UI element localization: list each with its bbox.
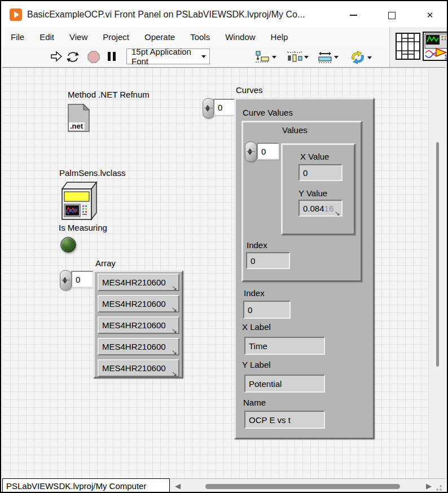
y-value-label: Y Value [298,188,327,198]
curves-label: Curves [236,85,263,95]
run-continuously-icon [65,50,80,64]
values-index-spinner[interactable] [245,142,257,162]
array-element-text: MES4HR210600 [102,278,166,287]
menu-item-edit[interactable]: Edit [39,32,54,42]
name-label: Name [243,398,266,407]
decrement-icon[interactable] [205,108,210,114]
name-field: OCP E vs t [244,411,325,429]
outer-index-label: Index [244,288,265,298]
horizontal-scrollbar-thumb[interactable] [205,484,400,489]
curve-values-label: Curve Values [243,108,293,117]
array-element-text: MES4HR210600 [102,363,166,373]
is-measuring-led [60,237,76,253]
chevron-down-icon [201,55,206,60]
menu-item-view[interactable]: View [69,32,87,42]
y-value-field: 0.08416 ↘ [298,200,342,217]
run-button[interactable] [50,50,63,63]
x-value-field: 0 [298,164,342,181]
pause-icon [107,51,116,61]
array-element-2[interactable]: MES4HR210600 ↘ [98,316,179,334]
stop-octagon-icon [87,50,100,64]
labview-front-panel-window: BasicExampleOCP.vi Front Panel on PSLabV… [0,0,448,493]
project-context-box[interactable]: PSLabVIEWSDK.lvproj/My Computer [2,478,170,493]
palmsens-class-label: PalmSens.lvclass [59,168,126,178]
menu-item-operate[interactable]: Operate [144,32,175,42]
chevron-down-icon [334,56,339,61]
text-overflow-icon: ↘ [172,284,177,291]
menu-bar: File Edit View Project Operate Tools Win… [2,27,398,47]
vi-badge: 1 [444,54,447,60]
array-element-3[interactable]: MES4HR210600 ↘ [98,338,179,355]
menu-item-help[interactable]: Help [271,32,288,42]
scroll-left-icon[interactable]: ◀ [175,482,181,490]
text-overflow-icon: ↘ [172,327,177,334]
inner-index-label: Index [247,240,267,250]
labview-app-icon [10,8,22,21]
run-arrow-icon [50,50,63,63]
maximize-button[interactable] [381,8,402,23]
minimize-button[interactable] [342,8,364,23]
close-icon: ✕ [427,10,434,20]
title-bar: BasicExampleOCP.vi Front Panel on PSLabV… [2,2,446,28]
header-icon-area: 1 [389,27,448,67]
scroll-right-icon[interactable]: ▶ [426,482,432,490]
values-index-field[interactable]: 0 [257,143,279,160]
abort-button [87,50,100,64]
menu-item-tools[interactable]: Tools [190,32,210,42]
vertical-scrollbar-thumb[interactable] [436,142,439,367]
text-overflow-icon: ↘ [172,306,177,312]
close-button[interactable]: ✕ [419,8,441,23]
outer-index-field: 0 [243,301,291,319]
y-label-field: Potential [244,375,325,393]
values-label: Values [282,125,308,135]
text-overflow-icon: ↘ [172,370,177,377]
align-objects-icon [254,50,270,64]
palmsens-instrument-icon[interactable] [58,180,100,222]
status-bar: PSLabVIEWSDK.lvproj/My Computer ◀ ▶ [2,478,446,493]
resize-objects-icon [318,50,332,64]
reorder-objects-button[interactable] [350,50,372,65]
reorder-objects-icon [350,50,366,65]
connector-pane-icon[interactable] [396,33,420,60]
y-value-text: 0.084 [303,204,324,213]
project-context-text: PSLabVIEWSDK.lvproj/My Computer [6,481,146,491]
method-refnum-label: Method .NET Refnum [68,90,150,99]
chevron-down-icon [304,56,309,61]
menu-item-project[interactable]: Project [103,32,129,42]
pause-button[interactable] [107,51,116,61]
vertical-scrollbar[interactable] [428,68,448,478]
y-value-truncated-text: 16 [324,204,334,213]
distribute-objects-button[interactable] [287,50,309,64]
array-index-field[interactable]: 0 [71,271,94,288]
dotnet-icon-text: .net [70,122,84,130]
font-selector-value: 15pt Application Font [131,47,209,66]
resize-grip[interactable] [436,485,442,491]
curves-index-field[interactable]: 0 [213,99,236,116]
array-element-0[interactable]: MES4HR210600 ↘ [98,274,179,291]
array-index-spinner[interactable] [60,270,72,290]
menu-item-window[interactable]: Window [225,32,255,42]
decrement-icon[interactable] [63,280,67,286]
minimize-icon [350,15,357,16]
run-continuously-button[interactable] [65,50,80,64]
maximize-icon [388,12,396,19]
resize-objects-button[interactable] [318,50,339,64]
font-selector[interactable]: 15pt Application Font [126,49,210,64]
is-measuring-label: Is Measuring [59,223,107,232]
array-element-text: MES4HR210600 [102,342,166,351]
curves-index-spinner[interactable] [203,98,214,118]
dotnet-refnum-icon[interactable]: .net [67,103,90,133]
decrement-icon[interactable] [248,152,252,157]
window-title: BasicExampleOCP.vi Front Panel on PSLabV… [27,10,305,20]
distribute-objects-icon [287,50,302,64]
text-overflow-icon: ↘ [172,349,177,355]
toolbar: 15pt Application Font [2,47,389,67]
array-element-1[interactable]: MES4HR210600 ↘ [98,295,179,312]
y-label-label: Y Label [242,360,271,369]
array-label: Array [95,258,116,268]
menu-item-file[interactable]: File [11,32,24,42]
vi-icon[interactable]: 1 [423,32,448,61]
array-element-4[interactable]: MES4HR210600 ↘ [98,359,179,377]
align-objects-button[interactable] [254,50,276,64]
chevron-down-icon [272,56,276,61]
